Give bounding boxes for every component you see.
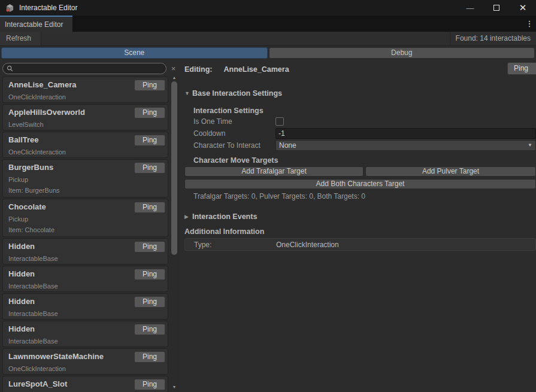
add-trafalgar-target-button[interactable]: Add Trafalgar Target	[184, 166, 364, 177]
item-ping-button[interactable]: Ping	[134, 135, 165, 146]
item-detail: Item: Chocolate	[8, 226, 163, 233]
list-item[interactable]: LawnmowerStateMachine Ping OneClickInter…	[2, 348, 168, 375]
minimize-button[interactable]: —	[457, 0, 483, 16]
item-ping-button[interactable]: Ping	[134, 379, 165, 390]
item-type: Pickup	[8, 176, 163, 183]
type-info-box: Type: OneClickInteraction	[184, 238, 536, 251]
cooldown-input[interactable]	[275, 128, 536, 139]
item-type: OneClickInteraction	[8, 148, 163, 156]
character-to-interact-row: Character To Interact None ▼	[184, 139, 536, 151]
tab-interactable-editor[interactable]: Interactable Editor	[0, 16, 72, 32]
editing-ping-button[interactable]: Ping	[507, 62, 536, 75]
editing-target-name: AnneLise_Camera	[224, 65, 289, 74]
character-move-targets-header: Character Move Targets	[184, 156, 536, 165]
editing-row: Editing: AnneLise_Camera	[184, 63, 536, 75]
list-item[interactable]: LureSpotA_Slot Ping	[2, 376, 168, 392]
tab-label: Interactable Editor	[5, 20, 63, 29]
type-value: OneClickInteraction	[276, 241, 339, 249]
item-type: Pickup	[8, 215, 163, 223]
tab-context-menu-icon[interactable]: ⋮	[524, 16, 535, 32]
dropdown-arrow-icon: ▼	[528, 141, 532, 150]
item-ping-button[interactable]: Ping	[134, 296, 165, 308]
refresh-button[interactable]: Refresh	[0, 32, 41, 45]
app-cube-icon	[5, 4, 14, 13]
add-target-buttons-row: Add Trafalgar Target Add Pulver Target	[184, 166, 536, 177]
list-item[interactable]: Hidden Ping InteractableBase	[2, 293, 168, 320]
tab-scene[interactable]: Scene	[1, 47, 268, 59]
window-title: Interactable Editor	[19, 4, 77, 12]
item-type: InteractableBase	[8, 338, 163, 345]
editor-panel: Ping Editing: AnneLise_Camera ▼ Base Int…	[180, 60, 536, 392]
foldout-closed-icon: ▶	[184, 214, 192, 220]
is-one-time-label: Is One Time	[193, 117, 275, 126]
type-label: Type:	[185, 241, 276, 249]
scroll-up-icon[interactable]: ▲	[170, 74, 178, 81]
interactable-list: AnneLise_Camera Ping OneClickInteraction…	[2, 77, 168, 392]
item-ping-button[interactable]: Ping	[134, 202, 165, 213]
list-item[interactable]: Chocolate Ping Pickup Item: Chocolate	[2, 199, 168, 237]
additional-information-header: Additional Information	[184, 227, 536, 236]
list-item[interactable]: AnneLise_Camera Ping OneClickInteraction	[2, 77, 168, 103]
list-item[interactable]: BurgerBuns Ping Pickup Item: BurgerBuns	[2, 159, 168, 197]
item-type: OneClickInteraction	[8, 93, 163, 101]
interaction-settings-header: Interaction Settings	[184, 107, 536, 116]
item-ping-button[interactable]: Ping	[134, 324, 165, 335]
list-scrollbar[interactable]: ▲ ▼	[170, 74, 178, 392]
item-ping-button[interactable]: Ping	[134, 351, 165, 363]
add-both-characters-target-button[interactable]: Add Both Characters Target	[184, 179, 536, 189]
content-area: × AnneLise_Camera Ping OneClickInteracti…	[0, 60, 536, 392]
title-bar: Interactable Editor — ✕	[0, 0, 536, 16]
foldout-base-interaction-settings[interactable]: ▼ Base Interaction Settings	[184, 89, 536, 98]
targets-summary: Trafalgar Targets: 0, Pulver Targets: 0,…	[184, 192, 536, 201]
list-item[interactable]: AppleHillsOverworld Ping LevelSwitch	[2, 104, 168, 130]
tab-debug[interactable]: Debug	[269, 47, 535, 59]
list-item[interactable]: BallTree Ping OneClickInteraction	[2, 132, 168, 158]
close-button[interactable]: ✕	[510, 0, 536, 16]
item-ping-button[interactable]: Ping	[134, 241, 165, 253]
is-one-time-checkbox[interactable]	[275, 117, 284, 126]
is-one-time-row: Is One Time	[184, 116, 536, 127]
item-type: InteractableBase	[8, 255, 163, 262]
character-to-interact-dropdown[interactable]: None ▼	[275, 140, 536, 151]
item-type: LevelSwitch	[8, 121, 163, 128]
mode-tabs: Scene Debug	[1, 47, 535, 59]
item-type: OneClickInteraction	[8, 365, 163, 372]
item-type: InteractableBase	[8, 282, 163, 290]
foldout-open-icon: ▼	[184, 90, 192, 96]
editing-label: Editing:	[184, 65, 213, 74]
search-clear-button[interactable]: ×	[168, 63, 178, 74]
add-pulver-target-button[interactable]: Add Pulver Target	[365, 166, 536, 177]
maximize-icon	[493, 5, 499, 11]
item-ping-button[interactable]: Ping	[134, 269, 165, 280]
toolbar: Refresh Found: 14 interactables	[0, 32, 536, 46]
editor-tab-bar: Interactable Editor ⋮	[0, 16, 536, 32]
list-item[interactable]: Hidden Ping InteractableBase	[2, 238, 168, 265]
maximize-button[interactable]	[483, 0, 510, 16]
list-item[interactable]: Hidden Ping InteractableBase	[2, 266, 168, 292]
scroll-down-icon[interactable]: ▼	[170, 384, 178, 391]
item-detail: Item: BurgerBuns	[8, 187, 163, 194]
dropdown-value: None	[279, 141, 296, 150]
item-ping-button[interactable]: Ping	[134, 107, 165, 118]
found-count-label: Found: 14 interactables	[450, 32, 536, 45]
scrollbar-thumb[interactable]	[171, 81, 177, 255]
cooldown-row: Cooldown	[184, 127, 536, 139]
item-ping-button[interactable]: Ping	[134, 162, 165, 174]
list-item[interactable]: Hidden Ping InteractableBase	[2, 321, 168, 347]
foldout-interaction-events[interactable]: ▶ Interaction Events	[184, 212, 536, 221]
search-input[interactable]	[2, 63, 166, 74]
cooldown-label: Cooldown	[193, 129, 275, 138]
character-to-interact-label: Character To Interact	[193, 141, 275, 150]
item-type: InteractableBase	[8, 310, 163, 317]
item-ping-button[interactable]: Ping	[134, 80, 165, 91]
